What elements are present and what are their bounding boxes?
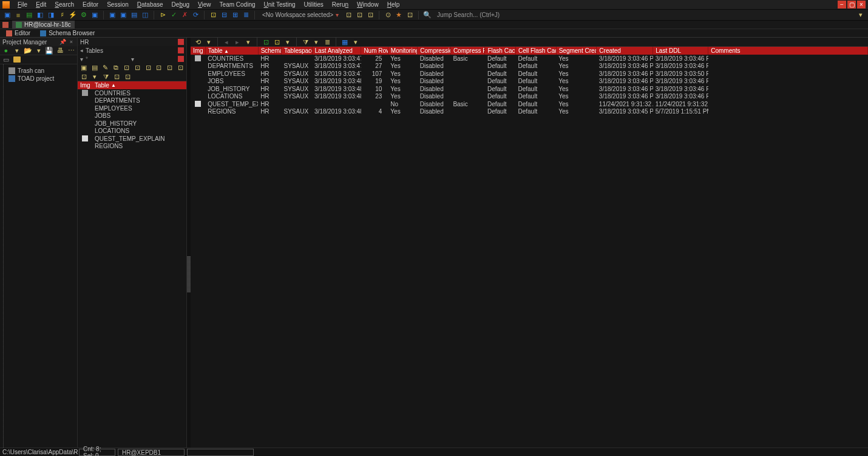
- workspace-selector[interactable]: <No Workspace selected> ▾: [259, 12, 342, 18]
- object-item[interactable]: DEPARTMENTS: [78, 97, 186, 105]
- pm-btn-new[interactable]: ●: [1, 46, 11, 55]
- toolbar-btn-11[interactable]: ▣: [118, 10, 128, 20]
- toolbar-btn-21[interactable]: ≣: [241, 10, 251, 20]
- menu-iew[interactable]: View: [194, 1, 215, 8]
- toolbar-btn-7[interactable]: ⚡: [68, 10, 78, 20]
- pm-folder-up[interactable]: ▭: [1, 55, 11, 64]
- menu-nit-testing[interactable]: Unit Testing: [260, 1, 300, 8]
- toolbar-btn-3[interactable]: ▤: [24, 10, 34, 20]
- object-item[interactable]: REGIONS: [78, 143, 186, 151]
- column-compressFor[interactable]: Compress For: [450, 47, 485, 55]
- pm-btn-save[interactable]: 💾: [44, 46, 54, 55]
- object-item[interactable]: EMPLOYEES: [78, 104, 186, 112]
- object-item[interactable]: LOCATIONS: [78, 128, 186, 135]
- dtb-btn-2[interactable]: ⊡: [272, 37, 282, 47]
- column-flashCache[interactable]: Flash Cache: [485, 47, 516, 55]
- object-type-dd[interactable]: [178, 47, 184, 53]
- object-type[interactable]: Tables: [86, 47, 103, 54]
- column-cellFlashCache[interactable]: Cell Flash Cache: [515, 47, 556, 55]
- dtb-btn-1[interactable]: ⊡: [261, 37, 271, 47]
- schema-name[interactable]: HR: [80, 39, 89, 46]
- jump-search-input[interactable]: Jump Search... (Ctrl+J): [433, 12, 855, 18]
- dtb-view[interactable]: ▦: [340, 37, 350, 47]
- toolbar-btn-15[interactable]: ✓: [169, 10, 178, 20]
- menu-ile[interactable]: File: [13, 1, 32, 8]
- menu-session[interactable]: Session: [103, 1, 133, 8]
- toolbar-btn-17[interactable]: ⟳: [191, 10, 200, 20]
- dtb-list[interactable]: ≣: [322, 37, 332, 47]
- obj-btn-8[interactable]: ⊡: [154, 63, 164, 73]
- pm-btn-dd[interactable]: ▾: [12, 46, 22, 55]
- object-item[interactable]: JOB_HISTORY: [78, 120, 186, 128]
- obj-btn2-3[interactable]: ⧩: [101, 72, 110, 81]
- toolbar-btn-1[interactable]: ▣: [2, 10, 12, 20]
- splitter-grip[interactable]: [187, 256, 191, 293]
- obj-filter-icon[interactable]: ▾: [80, 56, 83, 63]
- column-schema[interactable]: Schema: [258, 47, 281, 55]
- toolbar-btn-26[interactable]: ★: [394, 10, 404, 20]
- table-row[interactable]: COUNTRIESHR3/18/2019 3:03:47 PM25YesDisa…: [191, 55, 868, 63]
- column-monitoring[interactable]: Monitoring: [388, 47, 418, 55]
- obj-col-table[interactable]: Table ▲: [92, 82, 186, 89]
- obj-btn-10[interactable]: ⊡: [175, 63, 185, 73]
- schema-dd[interactable]: [178, 39, 184, 45]
- minimize-button[interactable]: −: [838, 1, 846, 9]
- pm-btn-more[interactable]: ⋯: [66, 46, 76, 55]
- toolbar-btn-2[interactable]: ≡: [13, 10, 23, 20]
- table-row[interactable]: EMPLOYEESHRSYSAUX3/18/2019 3:03:47 PM107…: [191, 70, 868, 78]
- toolbar-btn-10[interactable]: ▣: [107, 10, 117, 20]
- obj-btn2-5[interactable]: ⊡: [123, 72, 132, 81]
- toolbar-btn-8[interactable]: ⚙: [79, 10, 89, 20]
- table-row[interactable]: JOBSHRSYSAUX3/18/2019 3:03:48 PM19YesDis…: [191, 78, 868, 86]
- toolbar-btn-9[interactable]: ▣: [90, 10, 100, 20]
- dtb-filter[interactable]: ⧩: [300, 37, 310, 47]
- connection-dropdown[interactable]: [2, 22, 8, 28]
- dtb-fwd[interactable]: ▸: [232, 37, 242, 47]
- obj-collapse-icon[interactable]: ◂: [80, 47, 83, 53]
- menu-editor[interactable]: Editor: [78, 1, 103, 8]
- dtb-filter-dd[interactable]: ▾: [311, 37, 321, 47]
- object-item[interactable]: COUNTRIES: [78, 89, 186, 97]
- table-row[interactable]: REGIONSHRSYSAUX3/18/2019 3:03:48 PM4YesD…: [191, 108, 868, 116]
- close-button[interactable]: ×: [857, 1, 866, 9]
- object-item[interactable]: JOBS: [78, 112, 186, 120]
- dtb-btn-2-dd[interactable]: ▾: [283, 37, 293, 47]
- toolbar-btn-19[interactable]: ⊟: [219, 10, 229, 20]
- table-row[interactable]: JOB_HISTORYHRSYSAUX3/18/2019 3:03:48 PM1…: [191, 85, 868, 93]
- toolbar-btn-27[interactable]: ⊡: [405, 10, 415, 20]
- menu-elp[interactable]: Help: [383, 1, 404, 8]
- toolbar-btn-25[interactable]: ⊙: [383, 10, 393, 20]
- toolbar-btn-24[interactable]: ⊡: [365, 10, 375, 20]
- column-lastDdl[interactable]: Last DDL: [653, 47, 708, 55]
- toolbar-btn-4[interactable]: ◧: [35, 10, 45, 20]
- toolbar-btn-22[interactable]: ⊡: [344, 10, 353, 20]
- toolbar-btn-5[interactable]: ◨: [46, 10, 56, 20]
- dtb-refresh-dd[interactable]: ▾: [204, 37, 214, 47]
- tree-node-toad-project[interactable]: TOAD project: [1, 75, 76, 83]
- column-created[interactable]: Created: [597, 47, 653, 55]
- toolbar-dd-end[interactable]: ▾: [856, 10, 866, 20]
- pm-btn-dd2[interactable]: ▾: [34, 46, 44, 55]
- splitter[interactable]: [187, 38, 191, 447]
- column-segmentCreated[interactable]: Segment Created: [556, 47, 597, 55]
- connection-tab[interactable]: HR@local-hr-18c: [12, 21, 75, 29]
- column-tablespace[interactable]: Tablespace: [282, 47, 313, 55]
- menu-atabase[interactable]: Database: [133, 1, 168, 8]
- obj-btn-7[interactable]: ⊡: [143, 63, 153, 73]
- obj-btn2-4[interactable]: ⊡: [112, 72, 121, 81]
- toolbar-btn-20[interactable]: ⊞: [230, 10, 240, 20]
- toolbar-btn-16[interactable]: ✗: [180, 10, 189, 20]
- dtb-refresh[interactable]: ⟲: [193, 37, 203, 47]
- column-compression[interactable]: Compression: [418, 47, 451, 55]
- dtb-back[interactable]: ◂: [222, 37, 231, 47]
- menu-dit[interactable]: Edit: [32, 1, 50, 8]
- pin-icon[interactable]: 📌: [58, 39, 68, 45]
- dtb-view-dd[interactable]: ▾: [351, 37, 361, 47]
- menu-earch[interactable]: Search: [50, 1, 78, 8]
- toolbar-btn-18[interactable]: ⊡: [208, 10, 218, 20]
- tree-node-trash-can[interactable]: Trash can: [1, 67, 76, 75]
- table-row[interactable]: QUEST_TEMP_EXPLAINHRNoDisabledBasicDefau…: [191, 100, 868, 108]
- panel-close-icon[interactable]: ×: [68, 39, 75, 45]
- column-table[interactable]: Table: [205, 47, 258, 55]
- toolbar-btn-6[interactable]: ♯: [57, 10, 67, 20]
